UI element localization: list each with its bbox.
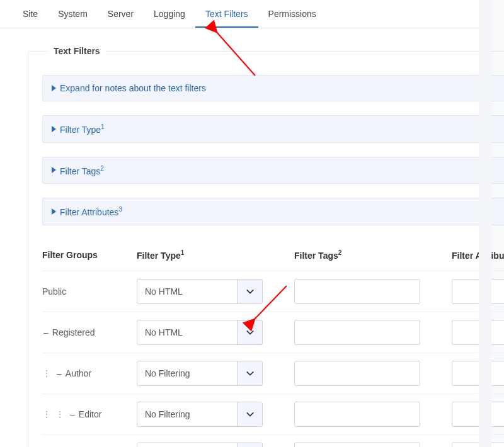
filter-tags-input[interactable] xyxy=(294,443,420,447)
chevron-down-icon xyxy=(237,320,262,344)
chevron-down-icon xyxy=(237,402,262,426)
filter-attributes-input[interactable] xyxy=(452,279,504,304)
filter-tags-input[interactable] xyxy=(294,279,420,304)
expand-filter-type-label: Filter Type1 xyxy=(60,123,105,135)
table-row: ⋮–AuthorNo Filtering xyxy=(42,353,504,393)
filter-type-value: No Filtering xyxy=(137,443,237,447)
caret-right-icon xyxy=(52,167,56,173)
group-name: Editor xyxy=(79,409,102,419)
panel-legend: Text Filters xyxy=(47,46,106,56)
filter-type-value: No HTML xyxy=(137,280,237,303)
tree-branch-icon: – xyxy=(42,327,50,337)
filter-type-select[interactable]: No HTML xyxy=(137,279,263,304)
config-tabs: Site System Server Logging Text Filters … xyxy=(0,0,491,28)
th-filter-attributes: Filter Attributes3 xyxy=(452,239,504,271)
filter-type-select[interactable]: No Filtering xyxy=(137,443,263,447)
group-name: Author xyxy=(66,368,91,378)
group-label: ⋮⋮–Editor xyxy=(42,409,130,419)
expand-notes-label: Expand for notes about the text filters xyxy=(60,83,206,93)
group-label: Public xyxy=(42,286,130,297)
filter-type-value: No HTML xyxy=(137,320,237,344)
filter-tags-input[interactable] xyxy=(294,402,420,427)
table-row: PublicNo HTML xyxy=(42,271,504,312)
filter-attributes-input[interactable] xyxy=(452,402,504,427)
tab-server[interactable]: Server xyxy=(98,0,144,28)
filter-attributes-input[interactable] xyxy=(452,320,504,345)
chevron-down-icon xyxy=(237,280,262,303)
tree-branch-icon: – xyxy=(55,368,63,378)
filter-tags-input[interactable] xyxy=(294,320,420,345)
expand-filter-tags[interactable]: Filter Tags2 xyxy=(42,157,504,184)
expand-filter-attributes-label: Filter Attributes3 xyxy=(60,206,122,217)
tree-indent-icon: ⋮ xyxy=(42,369,53,378)
tree-indent-icon: ⋮ xyxy=(55,410,66,419)
filter-type-select[interactable]: No Filtering xyxy=(137,402,263,427)
expand-filter-type[interactable]: Filter Type1 xyxy=(42,115,504,143)
filter-groups-table: Filter Groups Filter Type1 Filter Tags2 … xyxy=(42,239,504,447)
tab-logging[interactable]: Logging xyxy=(144,0,195,28)
th-filter-tags: Filter Tags2 xyxy=(294,239,452,271)
filter-attributes-input[interactable] xyxy=(452,361,504,386)
tree-branch-icon: – xyxy=(69,409,76,419)
th-filter-groups: Filter Groups xyxy=(42,239,137,271)
caret-right-icon xyxy=(52,85,56,91)
tab-site[interactable]: Site xyxy=(13,0,48,28)
text-filters-panel: Text Filters Expand for notes about the … xyxy=(28,46,504,447)
group-label: –Registered xyxy=(42,327,130,337)
tree-indent-icon: ⋮ xyxy=(42,410,53,419)
group-name: Registered xyxy=(52,327,95,337)
chevron-down-icon xyxy=(237,443,262,447)
filter-type-select[interactable]: No HTML xyxy=(137,320,263,345)
tab-text-filters[interactable]: Text Filters xyxy=(195,0,258,28)
expand-notes[interactable]: Expand for notes about the text filters xyxy=(42,75,504,101)
group-label: ⋮–Author xyxy=(42,368,130,378)
th-filter-type: Filter Type1 xyxy=(137,239,294,271)
table-row: –RegisteredNo HTML xyxy=(42,312,504,353)
tab-permissions[interactable]: Permissions xyxy=(258,0,326,28)
chevron-down-icon xyxy=(237,361,262,385)
page-background xyxy=(479,0,491,447)
table-row: ⋮⋮–EditorNo Filtering xyxy=(42,393,504,434)
tab-system[interactable]: System xyxy=(48,0,98,28)
caret-right-icon xyxy=(52,208,56,215)
filter-type-select[interactable]: No Filtering xyxy=(137,361,263,386)
filter-type-value: No Filtering xyxy=(137,361,237,385)
filter-attributes-input[interactable] xyxy=(452,443,504,447)
group-name: Public xyxy=(42,286,66,297)
caret-right-icon xyxy=(52,126,56,132)
filter-type-value: No Filtering xyxy=(137,402,237,426)
filter-tags-input[interactable] xyxy=(294,361,420,386)
table-row: ⋮⋮⋮–PublisherNo Filtering xyxy=(42,434,504,447)
expand-filter-attributes[interactable]: Filter Attributes3 xyxy=(42,198,504,225)
expand-filter-tags-label: Filter Tags2 xyxy=(60,165,104,176)
